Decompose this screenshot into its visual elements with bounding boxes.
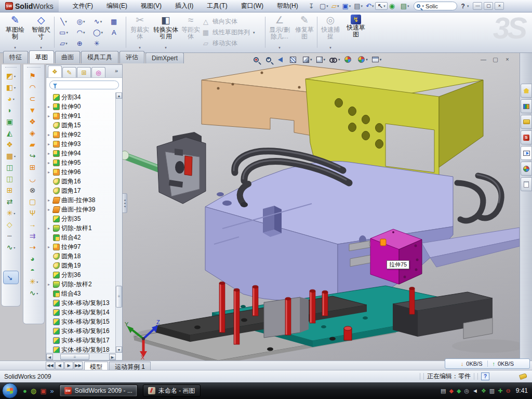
arc-icon[interactable]: ◠▾ [72, 27, 89, 38]
fillet-icon[interactable]: ◕▾ [2, 93, 20, 104]
tree-item[interactable]: ▸ 实体-移动/复制17 [47, 336, 116, 345]
messenger-icon[interactable]: ● [23, 388, 27, 394]
toolbar-grip[interactable] [27, 67, 41, 68]
tree-item[interactable]: ▸ 实体-移动/复制14 [47, 308, 116, 317]
linear-pattern-icon[interactable]: ▦▾ [2, 150, 20, 162]
scrollbar-thumb[interactable]: ≡ [60, 354, 89, 360]
tag-icon[interactable] [519, 373, 527, 380]
dropdown-caret-icon[interactable]: ▾ [349, 4, 351, 8]
point-icon[interactable]: ✳▾ [89, 38, 107, 49]
minimize-button[interactable]: — [473, 2, 482, 10]
menu-item[interactable]: 编辑(E) [100, 0, 134, 12]
mirror-body-icon[interactable]: ⇢▾ [23, 242, 44, 253]
apply-scene-icon[interactable]: ▾ [358, 56, 368, 63]
taskbar-clock[interactable]: 9:41 [516, 387, 528, 394]
linear-sketch-pattern-button[interactable]: ▦线性草图阵列▾ [202, 27, 263, 38]
measure-icon[interactable]: ↘▾ [3, 271, 19, 284]
menu-item[interactable]: 帮助(H) [270, 0, 305, 12]
scrollbar-thumb[interactable]: ≡ [116, 286, 122, 308]
next-tab-icon[interactable]: ▶ [64, 362, 73, 369]
command-tab[interactable]: DimXpert [145, 52, 184, 63]
file-explorer-icon[interactable] [521, 115, 532, 129]
zoom-to-area-icon[interactable]: ▾ [266, 57, 274, 62]
section-view-icon[interactable]: ▾ [290, 57, 299, 63]
lofted-boss-icon[interactable]: ◗▾ [2, 104, 20, 116]
plane-icon[interactable]: ◇▾ [2, 219, 20, 230]
move-entities-button[interactable]: ▱移动实体 [202, 38, 263, 49]
line-icon[interactable]: ╲▾ [55, 16, 72, 27]
command-tab[interactable]: 草图 [29, 50, 54, 63]
wrap-icon[interactable]: ❖▾ [2, 139, 20, 150]
toolbar-grip[interactable] [5, 67, 17, 68]
panel-splitter[interactable]: ◂◂◂ [123, 193, 127, 213]
expand-arrow-icon[interactable]: ▸ [48, 114, 51, 118]
expand-arrow-icon[interactable]: ▸ [48, 282, 51, 287]
bend-icon[interactable]: ◡▾ [23, 173, 44, 184]
first-tab-icon[interactable]: ◀◀ [46, 362, 55, 369]
edit-appearance-icon[interactable]: ▾ [344, 56, 354, 63]
dropdown-caret-icon[interactable]: ▾ [372, 4, 374, 8]
tree-item[interactable]: ▸ 拉伸96 [47, 167, 116, 177]
flex-icon[interactable]: ⚑▾ [23, 70, 44, 82]
expand-arrow-icon[interactable]: ▸ [48, 245, 51, 249]
menu-item[interactable]: 窗口(W) [234, 0, 270, 12]
antivirus-icon[interactable]: ◆ [449, 388, 453, 394]
update-icon[interactable]: ◎ [464, 388, 469, 394]
tree-item[interactable]: ▸ 拉伸97 [47, 242, 116, 251]
tree-item[interactable]: ▸ 拉伸91 [47, 111, 116, 121]
tree-item[interactable]: ▸ 拉伸93 [47, 139, 116, 149]
reference-geometry2-icon[interactable]: ✳▾ [23, 276, 44, 287]
part-mold-block[interactable] [205, 161, 520, 304]
expand-arrow-icon[interactable]: ▸ [48, 207, 51, 212]
view-orientation-icon[interactable]: ▾ [303, 57, 312, 63]
repair-sketch-button[interactable]: ✎ 修复草图 [293, 15, 316, 51]
rapid-sketch-button[interactable]: ↯ 快速草图 [344, 15, 368, 51]
taskbar-button-paint[interactable]: 未命名 - 画图 [143, 384, 201, 397]
design-library-icon[interactable] [521, 99, 532, 113]
expand-arrow-icon[interactable]: ▸ [48, 226, 51, 231]
part-core-block[interactable] [370, 229, 422, 284]
shell-body-icon[interactable]: ▢▾ [23, 196, 44, 207]
selection-box-icon[interactable]: ▦▾ [107, 16, 124, 27]
trim-entities-button[interactable]: ✂ 剪裁实体 ▾ [128, 15, 152, 51]
expand-arrow-icon[interactable]: ▸ [48, 132, 51, 137]
document-tab[interactable]: 模型 [84, 362, 108, 370]
custom-properties-icon[interactable] [521, 177, 532, 191]
configurationmanager-tab[interactable]: ⊞ [77, 67, 91, 77]
tree-item[interactable]: ▸ 拉伸94 [47, 149, 116, 158]
ellipse-icon[interactable]: ◯▾ [89, 27, 107, 38]
graphics-viewport[interactable]: Y Z X ▾▾▾▾▾▾▾▾▾▾ — ▢ × [123, 53, 520, 361]
command-tab[interactable]: 特征 [3, 51, 28, 63]
tree-item[interactable]: ▸ 实体-移动/复制18 [47, 345, 116, 353]
dropdown-caret-icon[interactable]: ▾ [383, 4, 385, 8]
propertymanager-tab[interactable]: ✎ [62, 67, 76, 77]
taskbar-button-solidworks[interactable]: SW SolidWorks 2009 - ... [59, 384, 138, 397]
dropdown-caret-icon[interactable]: ▾ [14, 44, 16, 51]
start-button[interactable] [2, 383, 18, 398]
tree-item[interactable]: ▸ 曲面-拉伸39 [47, 205, 116, 214]
rebuild-traffic-light-icon[interactable]: ◉▾ [388, 3, 399, 9]
display-delete-relations-button[interactable]: ∠ 显示/删除几... ▾ [267, 15, 292, 51]
view-settings-icon[interactable]: ▾ [372, 57, 382, 62]
scroll-left-icon[interactable]: ◀ [46, 354, 53, 360]
close-button[interactable]: × [495, 2, 504, 10]
scroll-right-icon[interactable]: ▶ [109, 354, 116, 360]
tree-item[interactable]: ▸ 拉伸95 [47, 158, 116, 167]
tree-vertical-scrollbar[interactable]: ▲ ≡ ▼ [115, 92, 122, 353]
move-body-icon[interactable]: →▾ [23, 219, 44, 230]
hide-show-items-icon[interactable]: ▾ [329, 58, 340, 62]
expand-arrow-icon[interactable]: ▸ [48, 142, 51, 147]
copy-body-icon[interactable]: ⇉▾ [23, 230, 44, 242]
tree-item[interactable]: ▸ 分割36 [47, 270, 116, 280]
spline2-icon[interactable]: ∿▾ [23, 287, 44, 299]
keyboard-icon[interactable]: ▤ [441, 388, 446, 394]
open-icon[interactable]: ▱▾ [330, 3, 341, 9]
dropdown-caret-icon[interactable]: ▾ [326, 4, 328, 8]
appearances-icon[interactable] [521, 162, 532, 176]
fillet-body-icon[interactable]: ◕▾ [23, 253, 44, 264]
tree-item[interactable]: ▸ 组合42 [47, 233, 116, 242]
tree-item[interactable]: ▸ 拉伸90 [47, 102, 116, 111]
freeform-icon[interactable]: ◈▾ [23, 127, 44, 139]
prev-tab-icon[interactable]: ◀ [55, 362, 64, 369]
command-tab[interactable]: 模具工具 [81, 51, 118, 63]
